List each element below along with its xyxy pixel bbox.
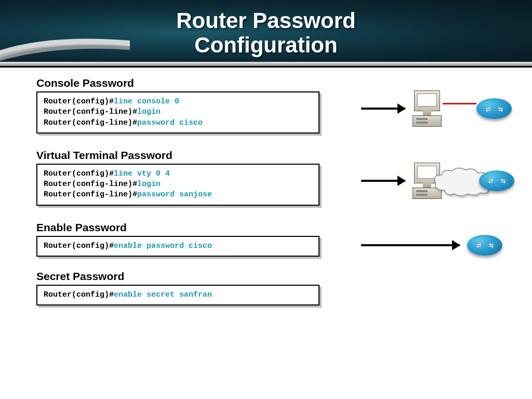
code-box: Router(config)#enable password cisco xyxy=(36,236,320,257)
slide-header: Router Password Configuration xyxy=(0,0,532,68)
arrow-icon xyxy=(361,244,460,246)
title-line-1: Router Password xyxy=(176,8,355,33)
diagram-vty: ⇄⇆ xyxy=(361,163,514,199)
diagram-console: ⇄⇆ xyxy=(361,90,512,127)
router-icon: ⇄⇆ xyxy=(476,96,512,121)
title-line-2: Configuration xyxy=(194,33,337,57)
code-box: Router(config)#enable secret sanfran xyxy=(36,285,320,305)
router-icon: ⇄⇆ xyxy=(467,233,502,258)
console-cable xyxy=(443,103,476,104)
arrow-icon xyxy=(361,108,405,110)
diagram-enable: ⇄⇆ xyxy=(361,233,502,258)
router-icon: ⇄⇆ xyxy=(479,168,514,193)
section-console-password: Console Password Router(config)#line con… xyxy=(36,77,503,134)
section-heading: Enable Password xyxy=(36,221,503,234)
header-underline xyxy=(0,62,532,66)
section-heading: Console Password xyxy=(36,77,503,89)
section-heading: Secret Password xyxy=(36,270,503,283)
code-box: Router(config)#line vty 0 4 Router(confi… xyxy=(36,164,320,206)
section-heading: Virtual Terminal Password xyxy=(36,149,503,162)
section-secret-password: Secret Password Router(config)#enable se… xyxy=(36,270,503,305)
section-enable-password: Enable Password Router(config)#enable pa… xyxy=(36,221,503,257)
slide-content: Console Password Router(config)#line con… xyxy=(0,68,532,305)
computer-icon xyxy=(411,90,443,127)
arrow-icon xyxy=(361,180,405,182)
slide-title: Router Password Configuration xyxy=(176,9,355,57)
section-vty-password: Virtual Terminal Password Router(config)… xyxy=(36,149,503,206)
code-box: Router(config)#line console 0 Router(con… xyxy=(36,91,320,134)
